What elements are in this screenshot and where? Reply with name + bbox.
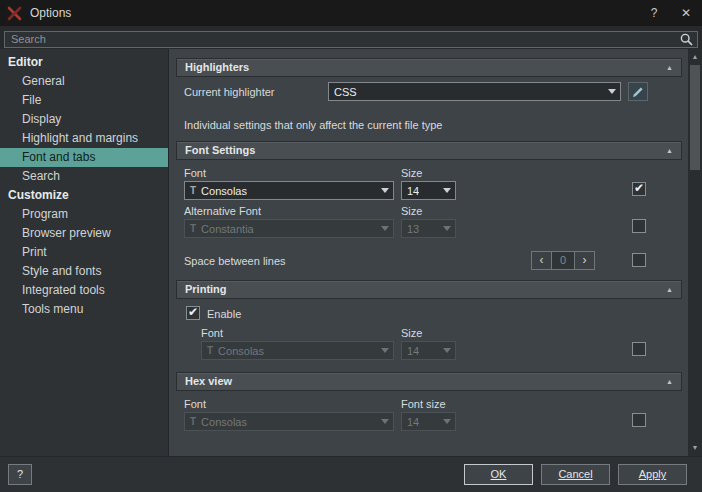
- section-header-font-settings[interactable]: Font Settings ▲: [176, 141, 682, 160]
- app-logo-icon: [7, 6, 22, 21]
- current-highlighter-label: Current highlighter: [184, 86, 275, 99]
- check-icon: ✔: [188, 304, 198, 320]
- printing-enable-label: Enable: [207, 307, 241, 321]
- printing-font-select[interactable]: T Consolas: [201, 341, 394, 360]
- sidebar-item-font-and-tabs[interactable]: Font and tabs: [0, 148, 168, 167]
- font-label: Font: [184, 167, 206, 180]
- ok-button[interactable]: OK: [464, 464, 533, 485]
- decrease-icon[interactable]: ‹: [531, 251, 552, 270]
- sidebar-group-customize: Customize: [0, 186, 168, 205]
- alt-size-label: Size: [401, 205, 422, 218]
- hex-font-size-label: Font size: [401, 398, 446, 411]
- footer-help-button[interactable]: ?: [8, 464, 32, 485]
- section-header-highlighters[interactable]: Highlighters ▲: [176, 58, 682, 77]
- size-label: Size: [401, 167, 422, 180]
- printing-font-size-value: 14: [407, 345, 419, 357]
- chevron-down-icon: [439, 342, 455, 359]
- printing-font-value: Consolas: [218, 345, 264, 357]
- alternative-font-label: Alternative Font: [184, 205, 261, 218]
- chevron-down-icon: [439, 220, 455, 237]
- font-checkbox[interactable]: ✔: [632, 182, 646, 196]
- hex-font-select[interactable]: T Consolas: [184, 412, 394, 431]
- section-title: Printing: [185, 283, 227, 295]
- chevron-down-icon: [377, 220, 393, 237]
- printing-checkbox[interactable]: [632, 342, 646, 356]
- search-input[interactable]: [4, 31, 698, 48]
- sidebar-item-highlight-and-margins[interactable]: Highlight and margins: [0, 129, 168, 148]
- sidebar-item-display[interactable]: Display: [0, 110, 168, 129]
- printing-size-label: Size: [401, 327, 422, 340]
- search-bar: [0, 26, 702, 49]
- section-header-hex-view[interactable]: Hex view ▲: [176, 372, 682, 391]
- titlebar-help-button[interactable]: ?: [638, 0, 670, 26]
- footer: ? OK Cancel Apply: [0, 456, 702, 492]
- chevron-down-icon: [604, 83, 620, 100]
- space-between-lines-stepper: ‹ 0 ›: [531, 251, 595, 270]
- alternative-font-size-value: 13: [407, 223, 419, 235]
- space-between-lines-checkbox[interactable]: [632, 253, 646, 267]
- collapse-icon[interactable]: ▲: [666, 142, 673, 159]
- truetype-icon: T: [190, 223, 196, 234]
- space-between-lines-value: 0: [552, 251, 574, 270]
- chevron-down-icon: [377, 182, 393, 199]
- close-icon[interactable]: ✕: [670, 0, 702, 26]
- sidebar-item-browser-preview[interactable]: Browser preview: [0, 224, 168, 243]
- scrollbar-thumb[interactable]: [690, 65, 700, 170]
- alternative-font-select[interactable]: T Constantia: [184, 219, 394, 238]
- chevron-down-icon: [439, 413, 455, 430]
- section-title: Highlighters: [185, 61, 249, 73]
- sidebar-item-tools-menu[interactable]: Tools menu: [0, 300, 168, 319]
- sidebar-item-integrated-tools[interactable]: Integrated tools: [0, 281, 168, 300]
- edit-highlighter-button[interactable]: [628, 82, 648, 101]
- section-title: Font Settings: [185, 144, 255, 156]
- collapse-icon[interactable]: ▲: [666, 59, 673, 76]
- chevron-down-icon: [377, 413, 393, 430]
- sidebar-item-style-and-fonts[interactable]: Style and fonts: [0, 262, 168, 281]
- individual-settings-note: Individual settings that only affect the…: [184, 119, 442, 132]
- chevron-down-icon: [377, 342, 393, 359]
- window-title: Options: [30, 6, 71, 20]
- truetype-icon: T: [190, 416, 196, 427]
- alternative-font-checkbox[interactable]: [632, 219, 646, 233]
- font-select[interactable]: T Consolas: [184, 181, 394, 200]
- hex-font-value: Consolas: [201, 416, 247, 428]
- sidebar-item-search[interactable]: Search: [0, 167, 168, 186]
- collapse-icon[interactable]: ▲: [666, 281, 673, 298]
- scroll-down-icon[interactable]: ▼: [688, 441, 702, 455]
- hex-font-size-select[interactable]: 14: [401, 412, 456, 431]
- sidebar-group-editor: Editor: [0, 53, 168, 72]
- sidebar: Editor General File Display Highlight an…: [0, 49, 168, 456]
- current-highlighter-value: CSS: [334, 86, 357, 98]
- current-highlighter-select[interactable]: CSS: [328, 82, 621, 101]
- scroll-up-icon[interactable]: ▲: [688, 50, 702, 64]
- chevron-down-icon: [439, 182, 455, 199]
- printing-font-label: Font: [201, 327, 223, 340]
- sidebar-item-file[interactable]: File: [0, 91, 168, 110]
- cancel-button[interactable]: Cancel: [541, 464, 610, 485]
- pencil-icon: [632, 86, 644, 98]
- collapse-icon[interactable]: ▲: [666, 373, 673, 390]
- options-dialog: Options ? ✕ Editor General File Display …: [0, 0, 702, 492]
- alternative-font-value: Constantia: [201, 223, 254, 235]
- alternative-font-size-select[interactable]: 13: [401, 219, 456, 238]
- hex-view-checkbox[interactable]: [632, 413, 646, 427]
- font-size-value: 14: [407, 185, 419, 197]
- font-size-select[interactable]: 14: [401, 181, 456, 200]
- settings-panel: Highlighters ▲ Current highlighter CSS I…: [168, 49, 688, 456]
- section-header-printing[interactable]: Printing ▲: [176, 280, 682, 299]
- vertical-scrollbar[interactable]: ▲ ▼: [688, 49, 702, 456]
- sidebar-item-program[interactable]: Program: [0, 205, 168, 224]
- hex-font-label: Font: [184, 398, 206, 411]
- apply-button[interactable]: Apply: [618, 464, 687, 485]
- sidebar-item-print[interactable]: Print: [0, 243, 168, 262]
- titlebar[interactable]: Options ? ✕: [0, 0, 702, 26]
- printing-font-size-select[interactable]: 14: [401, 341, 456, 360]
- space-between-lines-label: Space between lines: [184, 255, 286, 268]
- check-icon: ✔: [634, 180, 644, 196]
- font-value: Consolas: [201, 185, 247, 197]
- sidebar-item-general[interactable]: General: [0, 72, 168, 91]
- search-icon[interactable]: [680, 32, 693, 50]
- increase-icon[interactable]: ›: [574, 251, 595, 270]
- hex-font-size-value: 14: [407, 416, 419, 428]
- printing-enable-checkbox[interactable]: ✔: [186, 306, 200, 320]
